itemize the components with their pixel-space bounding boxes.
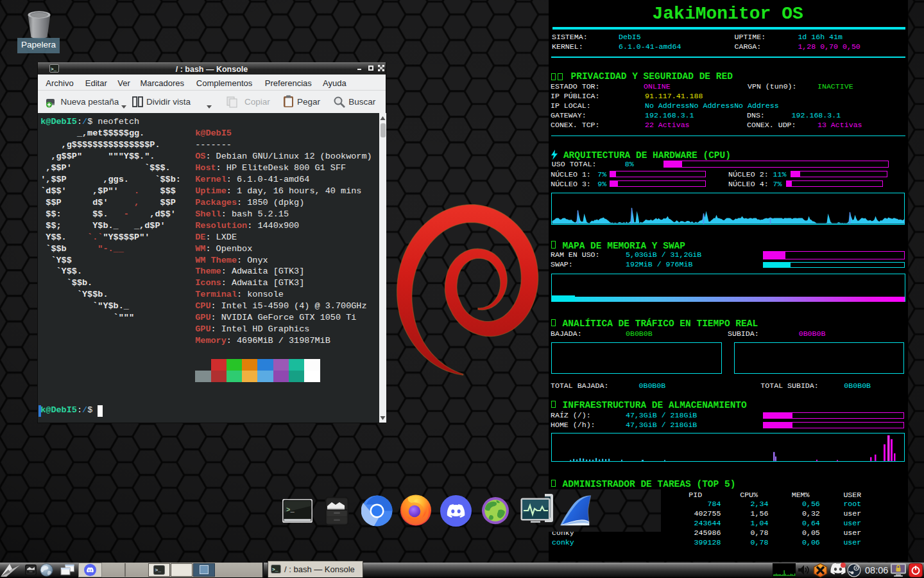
svg-text:>_: >_ xyxy=(272,566,278,572)
svg-text:_: _ xyxy=(290,506,295,514)
svg-text:>_: >_ xyxy=(155,567,162,573)
svg-text:>: > xyxy=(286,506,290,514)
